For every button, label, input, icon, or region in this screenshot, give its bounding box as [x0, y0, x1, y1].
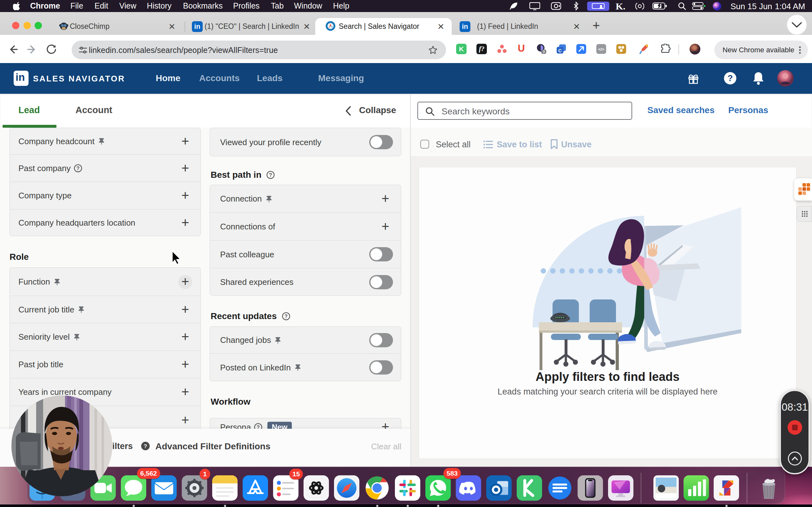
svg-text:C: C — [558, 48, 562, 53]
svg-text:</>: </> — [598, 47, 605, 52]
svg-text:3: 3 — [543, 50, 545, 54]
svg-text:?: ? — [285, 314, 288, 319]
svg-text:?: ? — [77, 166, 80, 171]
svg-text:?: ? — [144, 443, 147, 449]
svg-text:?: ? — [728, 73, 733, 83]
svg-text:?: ? — [269, 172, 272, 178]
